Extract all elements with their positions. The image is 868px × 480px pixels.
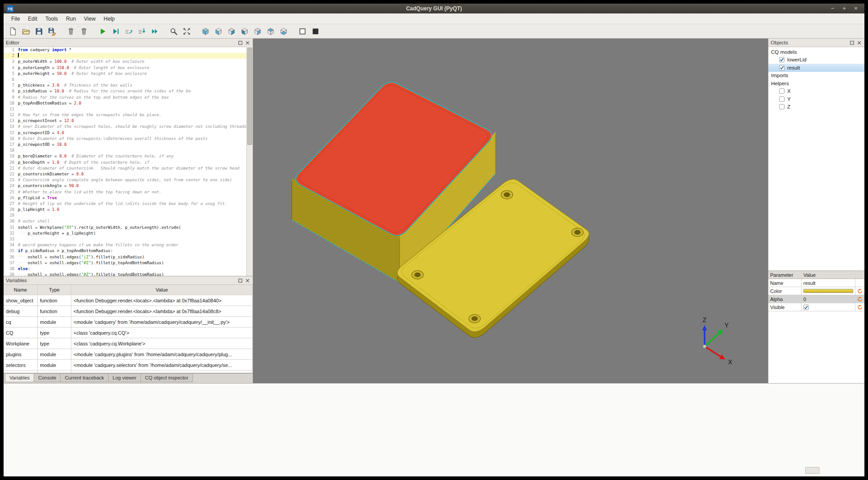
tree-item-lowerlid[interactable]: lowerLid: [768, 56, 864, 64]
code-line[interactable]: 30# outer shell: [4, 218, 247, 224]
continue-button[interactable]: [149, 26, 161, 37]
code-line[interactable]: 31oshell = Workplane("XY").rect(p_outerW…: [4, 225, 247, 231]
code-line[interactable]: 32····p_outerHeight + p_lipHeight): [4, 231, 247, 236]
view-iso-button[interactable]: [199, 26, 211, 37]
run-button[interactable]: [96, 26, 109, 37]
code-line[interactable]: 4p_outerLength = 150.0··# Outer length o…: [4, 65, 247, 71]
code-line[interactable]: 25# Whether to place the lid with the to…: [4, 189, 247, 195]
code-line[interactable]: 3p_outerWidth = 100.0··# Outer width of …: [4, 59, 247, 65]
tree-item-y[interactable]: Y: [768, 95, 864, 103]
variables-column-header[interactable]: Value: [71, 285, 253, 295]
code-line[interactable]: 20p_boreDepth = 1.0··# Depth of the coun…: [4, 160, 247, 166]
code-line[interactable]: 23# Countersink angle (complete angle be…: [4, 177, 247, 183]
zoom-to-fit-button[interactable]: [167, 26, 180, 37]
save-button[interactable]: [33, 26, 45, 37]
code-line[interactable]: 6: [4, 77, 247, 83]
editor-scrollbar[interactable]: [246, 47, 253, 276]
debug-button[interactable]: [110, 26, 122, 37]
variables-float-button[interactable]: [237, 278, 243, 284]
menu-tools[interactable]: Tools: [41, 14, 62, 23]
code-line[interactable]: 11: [4, 106, 247, 112]
code-line[interactable]: 26p_flipLid = True: [4, 195, 247, 201]
reset-button[interactable]: [855, 303, 864, 311]
tab-cq-object-inspector[interactable]: CQ object inspector: [140, 374, 193, 382]
code-line[interactable]: 21# Outer diameter of countersink. Shoul…: [4, 166, 247, 171]
minimize-button[interactable]: −: [829, 4, 836, 13]
code-line[interactable]: 36····oshell = oshell.edges("|Z").fillet…: [4, 254, 247, 260]
objects-close-button[interactable]: [856, 40, 862, 46]
code-line[interactable]: 37····oshell = oshell.edges("#Z").fillet…: [4, 260, 247, 266]
visibility-checkbox[interactable]: [779, 57, 785, 62]
code-line[interactable]: 13p_screwpostInset = 12.0: [4, 118, 247, 124]
delete-button[interactable]: [78, 26, 90, 37]
code-line[interactable]: 8p_sideRadius = 10.0··# Radius for the c…: [4, 88, 247, 94]
code-line[interactable]: 22p_countersinkDiameter = 0.0: [4, 171, 247, 177]
visible-checkbox[interactable]: [803, 305, 809, 310]
variable-row[interactable]: selectorsmodule<module 'cadquery.selecto…: [4, 360, 253, 371]
clear-button[interactable]: [65, 26, 77, 37]
visibility-checkbox[interactable]: [779, 104, 785, 109]
view-bottom-button[interactable]: [277, 26, 289, 37]
param-row-color[interactable]: Color: [768, 287, 864, 295]
perspective-toggle-button[interactable]: [296, 26, 308, 37]
open-script-button[interactable]: [20, 26, 32, 37]
objects-float-button[interactable]: [849, 40, 855, 46]
save-as-button[interactable]: [46, 26, 58, 37]
param-value[interactable]: result: [802, 279, 855, 287]
tab-log-viewer[interactable]: Log viewer: [108, 374, 141, 382]
code-line[interactable]: 2: [4, 53, 247, 59]
param-row-name[interactable]: Nameresult: [768, 279, 864, 287]
close-button[interactable]: ×: [853, 4, 859, 13]
code-line[interactable]: 38else:: [4, 266, 247, 272]
code-editor[interactable]: 1from cadquery import *23p_outerWidth = …: [4, 47, 247, 276]
view-right-button[interactable]: [251, 26, 263, 37]
3d-scene[interactable]: Z Y X: [253, 39, 768, 383]
menu-file[interactable]: File: [7, 14, 24, 23]
step-over-button[interactable]: [123, 26, 135, 37]
code-line[interactable]: 24p_countersinkAngle = 90.0: [4, 183, 247, 189]
editor-close-button[interactable]: [245, 40, 250, 46]
view-back-button[interactable]: [225, 26, 237, 37]
visibility-checkbox[interactable]: [779, 96, 785, 102]
variables-column-header[interactable]: Type: [38, 285, 71, 295]
param-value[interactable]: 0: [802, 295, 855, 303]
menu-run[interactable]: Run: [62, 14, 80, 23]
new-script-button[interactable]: [7, 26, 19, 37]
code-line[interactable]: 7p_thickness = 3.0··# Thickness of the b…: [4, 83, 247, 88]
tree-item-x[interactable]: X: [768, 87, 864, 96]
code-line[interactable]: 5p_outerHeight = 50.0··# Outer height of…: [4, 71, 247, 77]
param-row-visible[interactable]: Visible: [768, 303, 864, 311]
variable-row[interactable]: CQtype<class 'cadquery.cq.CQ'>: [4, 327, 253, 338]
viewport-3d[interactable]: Z Y X: [253, 39, 768, 383]
view-top-button[interactable]: [264, 26, 276, 37]
visibility-checkbox[interactable]: [779, 65, 785, 70]
code-line[interactable]: 12# How far in from the edges the screwp…: [4, 112, 247, 118]
variables-column-header[interactable]: Name: [4, 285, 38, 295]
tab-variables[interactable]: Variables: [5, 374, 34, 382]
code-line[interactable]: 29: [4, 213, 247, 218]
param-row-alpha[interactable]: Alpha0: [768, 295, 864, 303]
step-into-button[interactable]: [136, 26, 148, 37]
code-line[interactable]: 35if p_sideRadius > p_topAndBottomRadius…: [4, 248, 247, 254]
code-line[interactable]: 19p_boreDiameter = 8.0··# Diameter of th…: [4, 153, 247, 159]
param-check-value[interactable]: [802, 303, 855, 311]
tree-group-cq-models[interactable]: CQ models: [768, 48, 864, 56]
tab-current-traceback[interactable]: Current traceback: [60, 374, 108, 382]
variable-row[interactable]: Planetype<class 'cadquery.occ_impl.geom.…: [4, 371, 253, 373]
code-line[interactable]: 1from cadquery import *: [4, 47, 247, 53]
fit-all-button[interactable]: [180, 26, 193, 37]
tree-group-imports[interactable]: Imports: [768, 72, 864, 80]
color-swatch[interactable]: [803, 289, 853, 293]
reset-button[interactable]: [855, 287, 864, 295]
variable-row[interactable]: cqmodule<module 'cadquery' from '/home/a…: [4, 317, 253, 327]
background-toggle-button[interactable]: [309, 26, 321, 37]
param-color-value[interactable]: [802, 287, 855, 295]
maximize-button[interactable]: +: [841, 4, 847, 13]
code-line[interactable]: 27# Height of lip on the underside of th…: [4, 201, 247, 207]
menu-edit[interactable]: Edit: [24, 14, 41, 23]
variable-row[interactable]: debugfunction<function Debugger.render.<…: [4, 306, 253, 317]
tree-item-z[interactable]: Z: [768, 103, 864, 111]
tree-item-result[interactable]: result: [768, 64, 864, 72]
code-line[interactable]: 28p_lipHeight = 1.0: [4, 207, 247, 213]
code-line[interactable]: 34# weird geometry happens if we make th…: [4, 242, 247, 248]
